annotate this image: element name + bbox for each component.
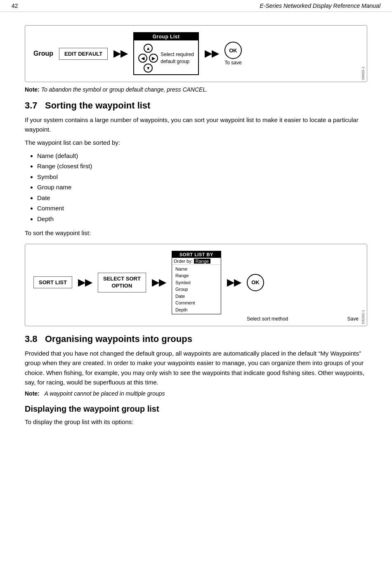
list-item: Date xyxy=(37,193,367,203)
section-37-body3: To sort the waypoint list: xyxy=(25,228,367,238)
list-item: Comment xyxy=(37,203,367,214)
note-prefix-2: Note: xyxy=(25,390,40,397)
page-number: 42 xyxy=(12,2,18,9)
order-by-label: Order by: xyxy=(174,259,193,264)
edit-default-button[interactable]: EDIT DEFAULT xyxy=(59,48,108,60)
diagram-id-2: D8292-1 xyxy=(361,310,365,324)
list-item: Range (closest first) xyxy=(37,161,367,172)
arrow-right-5: ▶▶ xyxy=(227,277,241,288)
sort-option-symbol: Symbol xyxy=(175,279,217,286)
note-prefix-1: Note: xyxy=(25,86,40,93)
sort-diagram-row: SORT LIST ▶▶ SELECT SORT OPTION ▶▶ SORT … xyxy=(33,251,359,315)
note-1: Note: To abandon the symbol or group def… xyxy=(25,86,367,93)
list-item: Name (default) xyxy=(37,151,367,161)
select-sort-button[interactable]: SELECT SORT OPTION xyxy=(98,273,146,292)
save-label: Save xyxy=(347,316,359,322)
sort-list-popup: SORT LIST BY Order by: Range Name Range … xyxy=(172,251,221,315)
arrow-right-1: ▶▶ xyxy=(113,48,128,59)
select-sort-method-label: Select sort method xyxy=(247,316,288,322)
arrow-right-2: ▶▶ xyxy=(205,48,219,59)
section-38: 3.8 Organising waypoints into groups Pro… xyxy=(25,334,367,397)
sort-option-group: Group xyxy=(175,286,217,293)
diagram-row: Group EDIT DEFAULT ▶▶ Group List ▲ ◀ ▶ ▼ xyxy=(33,32,359,75)
group-list-title: Group List xyxy=(134,33,198,40)
arrow-right-4: ▶▶ xyxy=(152,277,166,288)
page-header: 42 E-Series Networked Display Reference … xyxy=(0,0,392,12)
nav-right-icon: ▶ xyxy=(149,54,158,63)
page-title: E-Series Networked Display Reference Man… xyxy=(260,2,380,9)
section-38-body1: Provided that you have not changed the d… xyxy=(25,349,367,387)
section-37-body1: If your system contains a large number o… xyxy=(25,115,367,134)
group-label: Group xyxy=(33,50,53,57)
ok-section-2: OK xyxy=(247,274,264,291)
sort-diagram: SORT LIST ▶▶ SELECT SORT OPTION ▶▶ SORT … xyxy=(25,244,367,327)
ok-circle: OK xyxy=(224,42,242,59)
sort-bottom-row: Select sort method Save xyxy=(33,316,359,322)
note-text-2: A waypoint cannot be placed in multiple … xyxy=(44,390,165,397)
list-item: Symbol xyxy=(37,172,367,182)
diagram-id-1: 09655-1 xyxy=(361,66,365,80)
nav-down-icon: ▼ xyxy=(144,64,153,73)
list-item: Group name xyxy=(37,182,367,193)
note-2: Note: A waypoint cannot be placed in mul… xyxy=(25,390,367,397)
main-content: Group EDIT DEFAULT ▶▶ Group List ▲ ◀ ▶ ▼ xyxy=(0,12,392,442)
ok-circle-2: OK xyxy=(247,274,264,291)
sort-option-name: Name xyxy=(175,266,217,273)
sort-order-row: Order by: Range xyxy=(172,258,221,265)
sort-option-date: Date xyxy=(175,293,217,300)
sort-list-by-title: SORT LIST BY xyxy=(172,251,221,258)
sort-option-range: Range xyxy=(175,272,217,279)
group-list-diagram: Group EDIT DEFAULT ▶▶ Group List ▲ ◀ ▶ ▼ xyxy=(25,25,367,82)
sort-list-button[interactable]: SORT LIST xyxy=(33,276,72,288)
to-save-label: To save xyxy=(224,60,241,66)
order-by-value: Range xyxy=(194,259,210,264)
select-label: Select required default group xyxy=(161,51,194,65)
arrow-right-3: ▶▶ xyxy=(78,277,92,288)
display-body: To display the group list with its optio… xyxy=(25,417,367,427)
nav-up-icon: ▲ xyxy=(144,44,153,53)
list-item: Depth xyxy=(37,214,367,224)
sort-option-comment: Comment xyxy=(175,299,217,306)
ok-section: OK To save xyxy=(224,42,242,66)
section-37-heading: 3.7 Sorting the waypoint list xyxy=(25,100,367,111)
section-38-heading: 3.8 Organising waypoints into groups xyxy=(25,334,367,344)
group-list-body: ▲ ◀ ▶ ▼ Select required default group xyxy=(134,40,198,74)
sort-option-depth: Depth xyxy=(175,306,217,314)
display-subheading: Displaying the waypoint group list xyxy=(25,404,367,414)
sort-options-list: Name (default) Range (closest first) Sym… xyxy=(37,151,367,224)
section-37-body2: The waypoint list can be sorted by: xyxy=(25,138,367,147)
sort-items-list: Name Range Symbol Group Date Comment Dep… xyxy=(172,265,221,314)
nav-left-icon: ◀ xyxy=(138,54,147,63)
group-list-popup: Group List ▲ ◀ ▶ ▼ Select required defau… xyxy=(133,32,199,75)
note-content-1: To abandon the symbol or group default c… xyxy=(41,86,208,93)
